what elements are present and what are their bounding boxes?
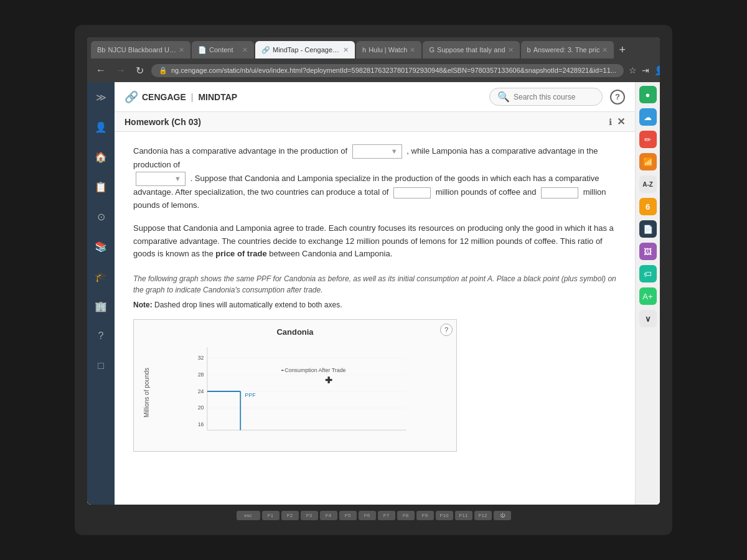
tab-mindtap-close[interactable]: ✕ — [343, 46, 349, 54]
tab-bb[interactable]: Bb NJCU Blackboard Ultra ✕ — [91, 41, 190, 58]
para2-end: between Candonia and Lamponia. — [269, 249, 392, 258]
app-icon-doc[interactable]: 📄 — [639, 220, 657, 238]
graph-inner[interactable]: 32 28 24 20 16 PPF — [154, 342, 449, 444]
tab-hulu[interactable]: h Hulu | Watch ✕ — [356, 41, 421, 58]
app-icon-tag[interactable]: 🏷 — [639, 265, 657, 282]
address-bar[interactable]: 🔒 ng.cengage.com/static/nb/ui/evo/index.… — [151, 64, 624, 77]
sidebar-help-icon[interactable]: ? — [91, 326, 111, 346]
right-sidebar: ● ☁ ✏ 📶 A-Z 6 📄 🖼 🏷 A+ ∨ — [635, 82, 660, 505]
graph-help-badge[interactable]: ? — [440, 324, 453, 336]
page-header: 🔗 CENGAGE | MINDTAP 🔍 ? — [115, 82, 635, 112]
note-text: Note: Dashed drop lines will automatical… — [133, 301, 616, 309]
sidebar-grad-icon[interactable]: 🎓 — [91, 266, 111, 286]
close-button[interactable]: ✕ — [617, 116, 625, 128]
screen: Bb NJCU Blackboard Ultra ✕ 📄 Content ✕ 🔗… — [87, 37, 660, 505]
key-f4[interactable]: F4 — [320, 511, 337, 520]
key-esc[interactable]: esc — [237, 511, 260, 520]
sidebar-box-icon[interactable]: □ — [91, 356, 111, 376]
tab-answered-close[interactable]: ✕ — [602, 46, 608, 54]
page-area: 🔗 CENGAGE | MINDTAP 🔍 ? — [115, 82, 635, 505]
key-f10[interactable]: F10 — [436, 511, 453, 520]
profile-button[interactable]: 👤 — [654, 65, 660, 75]
svg-text:28: 28 — [198, 371, 204, 378]
app-icon-green-circle[interactable]: ● — [639, 86, 657, 103]
app-icon-6[interactable]: 6 — [639, 198, 657, 215]
tab-mindtap[interactable]: 🔗 MindTap - Cengage Le ✕ — [255, 41, 355, 58]
address-text: ng.cengage.com/static/nb/ui/evo/index.ht… — [171, 67, 616, 74]
key-f6[interactable]: F6 — [359, 511, 376, 520]
sidebar-book-icon[interactable]: 📚 — [91, 236, 111, 256]
bookmark-button[interactable]: ☆ — [629, 65, 637, 75]
svg-text:16: 16 — [198, 421, 204, 427]
app-icon-cloud[interactable]: ☁ — [639, 108, 657, 126]
back-button[interactable]: ← — [93, 63, 108, 77]
sidebar-notes-icon[interactable]: 📋 — [91, 177, 111, 197]
tab-answered[interactable]: b Answered: 3. The pric ✕ — [521, 41, 614, 58]
forward-button[interactable]: → — [113, 63, 128, 77]
sub-header: Homework (Ch 03) ℹ ✕ — [115, 112, 635, 132]
graph-area: Millions of pounds — [141, 342, 449, 444]
app-icon-chevron[interactable]: ∨ — [639, 310, 657, 327]
sidebar-user-icon[interactable]: 👤 — [91, 117, 111, 137]
tab-mindtap-label: MindTap - Cengage Le — [273, 46, 341, 54]
key-f3[interactable]: F3 — [301, 511, 318, 520]
search-input[interactable] — [514, 93, 594, 101]
note-label: Note: — [133, 301, 153, 309]
app-icon-aplus[interactable]: A+ — [639, 287, 657, 305]
y-axis-label: Millions of pounds — [141, 342, 151, 444]
homework-title: Homework (Ch 03) — [125, 117, 201, 127]
key-f1[interactable]: F1 — [262, 511, 280, 520]
key-f2[interactable]: F2 — [281, 511, 299, 520]
tab-hulu-close[interactable]: ✕ — [410, 46, 415, 54]
key-f9[interactable]: F9 — [416, 511, 434, 520]
question-para-1: Candonia has a comparative advantage in … — [133, 144, 616, 212]
app-icon-signal[interactable]: 📶 — [639, 153, 657, 170]
dropdown-blank-2[interactable]: ▼ — [136, 172, 186, 186]
key-f5[interactable]: F5 — [339, 511, 357, 520]
tab-bb-icon: Bb — [97, 46, 105, 54]
address-bar-row: ← → ↻ 🔒 ng.cengage.com/static/nb/ui/evo/… — [87, 58, 660, 82]
reload-button[interactable]: ↻ — [133, 63, 146, 78]
sidebar-expand-icon[interactable]: ≫ — [91, 87, 111, 107]
tab-answered-label: Answered: 3. The pric — [533, 46, 600, 54]
input-blank-coffee[interactable] — [393, 187, 431, 198]
tab-bb-close[interactable]: ✕ — [179, 46, 184, 54]
app-icon-image[interactable]: 🖼 — [639, 243, 657, 260]
tab-content-label: Content — [209, 46, 233, 54]
key-f11[interactable]: F11 — [455, 511, 472, 520]
tab-content[interactable]: 📄 Content ✕ — [192, 41, 254, 58]
graph-title: Candonia — [141, 327, 449, 337]
tab-hulu-icon: h — [362, 46, 366, 54]
search-box[interactable]: 🔍 — [489, 88, 603, 106]
graph-container: ? Candonia Millions of pounds — [133, 319, 457, 452]
tab-suppose[interactable]: G Suppose that Italy and ✕ — [423, 41, 519, 58]
extensions-button[interactable]: ⇥ — [642, 65, 649, 75]
help-button[interactable]: ? — [610, 90, 625, 105]
svg-text:20: 20 — [198, 404, 204, 411]
sidebar-home-icon[interactable]: 🏠 — [91, 147, 111, 167]
new-tab-button[interactable]: + — [615, 44, 629, 55]
sidebar-building-icon[interactable]: 🏢 — [91, 296, 111, 316]
instruction-text: The following graph shows the same PPF f… — [133, 274, 616, 294]
tab-content-close[interactable]: ✕ — [242, 46, 248, 54]
question-para-2: Suppose that Candonia and Lamponia agree… — [133, 222, 616, 261]
app-icon-az[interactable]: A-Z — [639, 175, 657, 193]
tab-suppose-label: Suppose that Italy and — [437, 46, 505, 54]
key-f7[interactable]: F7 — [378, 511, 395, 520]
left-sidebar: ≫ 👤 🏠 📋 ⊙ 📚 🎓 🏢 ? □ — [87, 82, 115, 505]
dropdown-blank-1[interactable]: ▼ — [352, 144, 402, 159]
key-power[interactable]: ⏻ — [494, 511, 511, 520]
sidebar-circle-icon[interactable]: ⊙ — [91, 207, 111, 226]
svg-text:Consumption After Trade: Consumption After Trade — [284, 367, 345, 373]
app-icon-pen[interactable]: ✏ — [639, 131, 657, 148]
key-f12[interactable]: F12 — [474, 511, 492, 520]
input-blank-lemons[interactable] — [541, 187, 578, 198]
key-f8[interactable]: F8 — [397, 511, 415, 520]
info-button[interactable]: ℹ — [609, 117, 612, 127]
lock-icon: 🔒 — [159, 67, 167, 75]
tab-suppose-close[interactable]: ✕ — [508, 46, 514, 54]
tabs-bar: Bb NJCU Blackboard Ultra ✕ 📄 Content ✕ 🔗… — [87, 37, 660, 58]
browser-content: ≫ 👤 🏠 📋 ⊙ 📚 🎓 🏢 ? □ 🔗 CENGAGE | — [87, 82, 660, 505]
tab-answered-icon: b — [527, 46, 531, 54]
keyboard-row: esc F1 F2 F3 F4 F5 F6 F7 F8 F9 F10 F11 F… — [237, 505, 511, 523]
